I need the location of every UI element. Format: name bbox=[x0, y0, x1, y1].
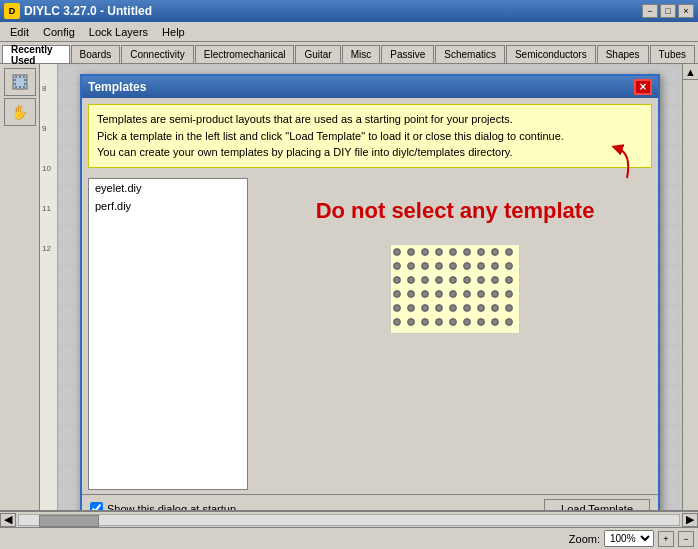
perf-dot bbox=[421, 248, 429, 256]
perf-dot bbox=[393, 262, 401, 270]
perf-dot bbox=[491, 318, 499, 326]
dialog-close-button[interactable]: × bbox=[634, 79, 652, 95]
perf-dot bbox=[491, 304, 499, 312]
minimize-button[interactable]: − bbox=[642, 4, 658, 18]
templates-dialog: Templates × Templates are semi-product l… bbox=[80, 74, 660, 525]
dialog-info-line1: Templates are semi-product layouts that … bbox=[97, 113, 513, 125]
ruler-mark-10: 10 bbox=[40, 164, 57, 204]
dialog-title-bar: Templates × bbox=[82, 76, 658, 98]
horizontal-scrollbar[interactable]: ◀ ▶ bbox=[0, 511, 698, 527]
close-arrow bbox=[557, 143, 637, 183]
perf-dot bbox=[463, 248, 471, 256]
tab-bar: Recently Used Boards Connectivity Electr… bbox=[0, 42, 698, 64]
tab-semiconductors[interactable]: Semiconductors bbox=[506, 45, 596, 63]
template-image-preview bbox=[390, 244, 520, 334]
perf-dot bbox=[449, 248, 457, 256]
scroll-right-button[interactable]: ▶ bbox=[682, 513, 698, 527]
tab-boards[interactable]: Boards bbox=[71, 45, 121, 63]
scroll-track[interactable] bbox=[18, 514, 680, 526]
perf-dot bbox=[505, 248, 513, 256]
dialog-overlay: Templates × Templates are semi-product l… bbox=[58, 64, 682, 549]
perf-dot bbox=[393, 276, 401, 284]
template-preview: Do not select any template bbox=[258, 178, 652, 490]
perf-dot bbox=[449, 276, 457, 284]
tab-recently-used[interactable]: Recently Used bbox=[2, 45, 70, 63]
toolbar-btn-select[interactable] bbox=[4, 68, 36, 96]
perf-dot bbox=[463, 304, 471, 312]
perf-dot bbox=[435, 248, 443, 256]
perf-dot bbox=[491, 276, 499, 284]
perf-dot bbox=[435, 290, 443, 298]
ruler-mark-9: 9 bbox=[40, 124, 57, 164]
left-toolbar: ✋ bbox=[0, 64, 40, 549]
tab-passive[interactable]: Passive bbox=[381, 45, 434, 63]
toolbar-btn-hand[interactable]: ✋ bbox=[4, 98, 36, 126]
dialog-info-line2: Pick a template in the left list and cli… bbox=[97, 130, 564, 142]
zoom-label: Zoom: bbox=[569, 533, 600, 545]
zoom-in-button[interactable]: + bbox=[658, 531, 674, 547]
perf-dot bbox=[435, 318, 443, 326]
perf-dot bbox=[449, 318, 457, 326]
perf-dot bbox=[449, 304, 457, 312]
perf-dot bbox=[477, 262, 485, 270]
perfboard-grid bbox=[390, 244, 520, 334]
perf-dot bbox=[463, 318, 471, 326]
zoom-select[interactable]: 100% 75% 150% 200% bbox=[604, 530, 654, 547]
perf-dot bbox=[491, 262, 499, 270]
app-title: DIYLC 3.27.0 - Untitled bbox=[24, 4, 152, 18]
template-item-eyelet[interactable]: eyelet.diy bbox=[89, 179, 247, 197]
perf-dot bbox=[463, 262, 471, 270]
do-not-select-annotation: Do not select any template bbox=[316, 198, 595, 224]
menu-bar: Edit Config Lock Layers Help bbox=[0, 22, 698, 42]
menu-lock-layers[interactable]: Lock Layers bbox=[83, 24, 154, 40]
close-button[interactable]: × bbox=[678, 4, 694, 18]
tab-misc[interactable]: Misc bbox=[342, 45, 381, 63]
perf-dot bbox=[505, 276, 513, 284]
perf-dot bbox=[407, 290, 415, 298]
canvas-area: Templates × Templates are semi-product l… bbox=[58, 64, 682, 549]
perf-dot bbox=[505, 262, 513, 270]
right-scrollbar[interactable]: ▲ ▼ bbox=[682, 64, 698, 549]
template-item-perf[interactable]: perf.diy bbox=[89, 197, 247, 215]
tab-tubes[interactable]: Tubes bbox=[650, 45, 695, 63]
perf-dot bbox=[477, 318, 485, 326]
perf-dot bbox=[421, 304, 429, 312]
menu-config[interactable]: Config bbox=[37, 24, 81, 40]
perf-dot bbox=[421, 262, 429, 270]
perf-dot bbox=[435, 304, 443, 312]
zoom-out-button[interactable]: − bbox=[678, 531, 694, 547]
ruler-mark-8: 8 bbox=[40, 84, 57, 124]
scrollbar-track[interactable] bbox=[683, 80, 698, 533]
ruler-mark-11: 11 bbox=[40, 204, 57, 244]
bottom-bar: ◀ ▶ Zoom: 100% 75% 150% 200% + − bbox=[0, 510, 698, 549]
perf-dot bbox=[407, 248, 415, 256]
perf-dot bbox=[491, 290, 499, 298]
scroll-left-button[interactable]: ◀ bbox=[0, 513, 16, 527]
menu-help[interactable]: Help bbox=[156, 24, 191, 40]
scroll-thumb[interactable] bbox=[39, 515, 99, 527]
tab-connectivity[interactable]: Connectivity bbox=[121, 45, 193, 63]
perf-dot bbox=[491, 248, 499, 256]
perf-dot bbox=[407, 276, 415, 284]
perf-dot bbox=[435, 262, 443, 270]
perf-dot bbox=[477, 304, 485, 312]
menu-edit[interactable]: Edit bbox=[4, 24, 35, 40]
dialog-body: eyelet.diy perf.diy bbox=[82, 174, 658, 494]
perf-dot bbox=[393, 248, 401, 256]
zoom-area: Zoom: 100% 75% 150% 200% + − bbox=[569, 530, 694, 547]
perf-dot bbox=[421, 318, 429, 326]
perf-dot bbox=[477, 290, 485, 298]
perf-dot bbox=[463, 290, 471, 298]
scrollbar-up-button[interactable]: ▲ bbox=[683, 64, 698, 80]
template-list[interactable]: eyelet.diy perf.diy bbox=[88, 178, 248, 490]
perf-dot bbox=[421, 276, 429, 284]
tab-electromechanical[interactable]: Electromechanical bbox=[195, 45, 295, 63]
tab-schematics[interactable]: Schematics bbox=[435, 45, 505, 63]
perf-dot bbox=[407, 262, 415, 270]
tab-shapes[interactable]: Shapes bbox=[597, 45, 649, 63]
maximize-button[interactable]: □ bbox=[660, 4, 676, 18]
tab-guitar[interactable]: Guitar bbox=[295, 45, 340, 63]
dialog-info-line3: You can create your own templates by pla… bbox=[97, 146, 513, 158]
perf-dot bbox=[393, 304, 401, 312]
title-bar: D DIYLC 3.27.0 - Untitled − □ × bbox=[0, 0, 698, 22]
